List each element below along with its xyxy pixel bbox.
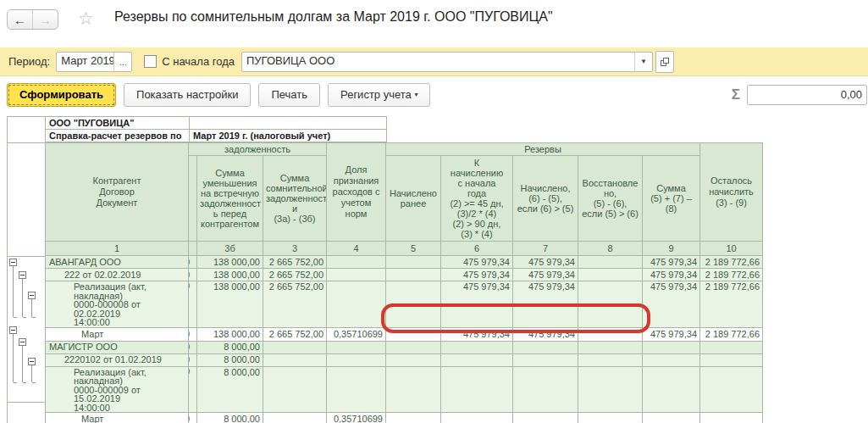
generate-button[interactable]: Сформировать	[7, 83, 116, 107]
collapse-group-toggle[interactable]	[19, 271, 26, 279]
forward-arrow-icon: →	[39, 13, 52, 27]
col-header-reduction: Сумма уменьшения на встречную задолженно…	[197, 156, 263, 242]
sum-input[interactable]: 0,00	[747, 85, 867, 105]
col-header-share: Доля признания расходов с учетом норм	[327, 143, 386, 242]
period-label: Период:	[8, 55, 50, 68]
table-row: Реализация (акт, накладная) 0000-000008 …	[46, 281, 763, 328]
band-debt: задолженность	[189, 143, 327, 156]
open-in-form-icon	[660, 57, 670, 67]
company-value: ПУГОВИЦА ООО	[242, 53, 634, 71]
sigma-icon: Σ	[732, 86, 740, 103]
header-band-row: Контрагент Договор Документ задолженност…	[46, 143, 763, 156]
register-menu-button[interactable]: Регистр учета ▾	[328, 83, 430, 107]
col-header-doubtful: Сумма сомнительной задолженност и (3а) -…	[263, 156, 327, 242]
report-subtitle-right[interactable]: Март 2019 г. (налоговый учет)	[190, 130, 387, 142]
table-row-highlighted: Март 0 138 000,00 2 665 752,00 0,3571069…	[46, 327, 763, 341]
company-open-button[interactable]	[655, 51, 674, 73]
table-row: 222 от 02.02.2019 0 138 000,00 2 665 752…	[46, 269, 763, 281]
report-table: Контрагент Договор Документ задолженност…	[45, 142, 763, 423]
report-area: ООО "ПУГОВИЦА" Справка-расчет резервов п…	[7, 116, 769, 423]
col-header-sum: Сумма (5) + (7) – (8)	[643, 156, 700, 242]
table-row: АВАНГАРД ООО 0 138 000,00 2 665 752,00 4…	[46, 256, 763, 269]
forward-button[interactable]: →	[33, 10, 58, 29]
report-subtitle-left[interactable]: Справка-расчет резервов по	[46, 130, 190, 142]
col-header-to-accrue: К начислению с начала года (2) >= 45 дн,…	[441, 156, 513, 242]
year-start-label: С начала года	[162, 55, 235, 68]
table-row: Реализация (акт, накладная) 0000-000009 …	[46, 366, 763, 413]
period-bar: Период: Март 2019 ... С начала года ПУГО…	[0, 47, 868, 76]
app-window: ← → ☆ Резервы по сомнительным долгам за …	[0, 0, 868, 423]
chevron-down-icon: ▼	[640, 58, 647, 65]
favorite-star-icon[interactable]: ☆	[78, 9, 94, 28]
column-numbers-row: 1 3б 3 4 5 6 7 8 9 10	[46, 242, 763, 256]
col-header-accrued: Начислено, (6) - (5), если (6) > (5)	[513, 156, 578, 242]
back-arrow-icon: ←	[14, 13, 26, 27]
col-header-restored: Восстановле но, (5) - (6), если (5) > (6…	[578, 156, 643, 242]
table-row: 2220102 от 01.02.2019 0 8 000,00	[46, 353, 763, 366]
col-header-accrued-before: Начислено ранее	[386, 156, 441, 242]
history-nav: ← →	[7, 9, 58, 30]
col-header-counterparty: Контрагент Договор Документ	[46, 143, 189, 242]
page-title: Резервы по сомнительным долгам за Март 2…	[114, 9, 553, 25]
report-title-block: ООО "ПУГОВИЦА" Справка-расчет резервов п…	[45, 116, 387, 142]
table-row: МАГИСТР ООО 0 8 000,00	[46, 341, 763, 353]
col-header-remaining: Осталось начислить (3) - (9)	[700, 143, 763, 242]
register-label: Регистр учета	[340, 88, 412, 101]
period-input[interactable]: Март 2019 ...	[56, 52, 132, 72]
company-input[interactable]: ПУГОВИЦА ООО ▼	[241, 52, 653, 72]
collapse-group-toggle[interactable]	[9, 326, 17, 334]
year-start-checkbox[interactable]	[144, 55, 157, 68]
period-picker-button[interactable]: ...	[113, 53, 131, 71]
band-reserves: Резервы	[386, 143, 700, 156]
table-row: Март 0 8 000,00 0,35710699	[46, 413, 763, 423]
collapse-group-toggle[interactable]	[9, 259, 17, 266]
collapse-group-toggle[interactable]	[19, 338, 26, 346]
period-value: Март 2019	[57, 53, 113, 71]
company-dropdown-button[interactable]: ▼	[634, 53, 652, 71]
collapse-group-toggle[interactable]	[28, 292, 36, 299]
back-button[interactable]: ←	[8, 10, 33, 29]
show-settings-button[interactable]: Показать настройки	[124, 83, 251, 107]
chevron-down-icon: ▾	[414, 91, 417, 98]
collapse-group-toggle[interactable]	[28, 358, 36, 365]
report-org-name[interactable]: ООО "ПУГОВИЦА"	[46, 117, 190, 130]
print-button[interactable]: Печать	[258, 83, 320, 107]
report-toolbar: Сформировать Показать настройки Печать Р…	[0, 81, 868, 108]
sum-value: 0,00	[841, 88, 862, 101]
